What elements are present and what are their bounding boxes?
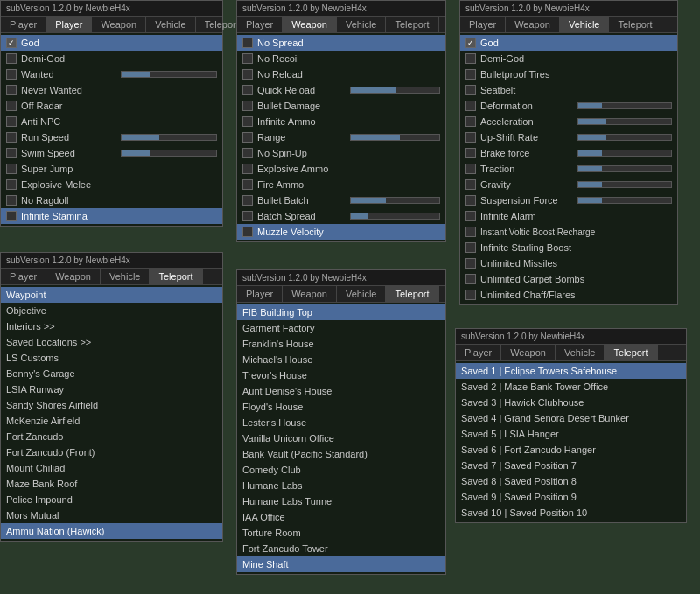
item-veh-demi-god[interactable]: Demi-God [460, 51, 677, 66]
item-objective[interactable]: Objective [1, 303, 222, 318]
slider-acceleration[interactable] [578, 118, 672, 125]
item-upshift-rate[interactable]: Up-Shift Rate [460, 129, 677, 145]
item-saved1[interactable]: Saved 1 | Eclipse Towers Safehouse [456, 363, 686, 379]
item-gravity[interactable]: Gravity [460, 177, 677, 192]
slider-upshift-rate[interactable] [578, 134, 672, 141]
tab-vehicle6[interactable]: Vehicle [556, 345, 605, 360]
item-fort-zancudo[interactable]: Fort Zancudo [1, 429, 222, 444]
cb-run-speed[interactable] [6, 132, 17, 143]
slider-swim-speed[interactable] [121, 150, 218, 157]
cb-anti-npc[interactable] [6, 116, 17, 127]
cb-infinite-starling[interactable] [466, 242, 476, 253]
item-garment-factory[interactable]: Garment Factory [237, 320, 445, 336]
item-ls-customs[interactable]: LS Customs [1, 350, 222, 366]
cb-no-spread[interactable] [242, 38, 253, 48]
tab-vehicle4[interactable]: Vehicle [101, 269, 150, 284]
item-iaa-office[interactable]: IAA Office [237, 509, 445, 525]
cb-infinite-stamina[interactable] [6, 211, 17, 221]
item-no-recoil[interactable]: No Recoil [237, 51, 445, 66]
item-anti-npc[interactable]: Anti NPC [1, 114, 222, 129]
slider-bullet-batch[interactable] [350, 197, 440, 204]
item-never-wanted[interactable]: Never Wanted [1, 82, 222, 98]
cb-unlimited-missiles[interactable] [466, 258, 476, 269]
cb-no-spin-up[interactable] [242, 148, 253, 158]
item-waypoint[interactable]: Waypoint [1, 287, 222, 303]
item-saved7[interactable]: Saved 7 | Saved Position 7 [456, 458, 686, 473]
tab-teleport5[interactable]: Teleport [386, 286, 438, 302]
item-unlimited-carpet-bombs[interactable]: Unlimited Carpet Bombs [460, 271, 677, 287]
item-fort-zancudo-tower[interactable]: Fort Zancudo Tower [237, 541, 445, 556]
tab-weapon2[interactable]: Weapon [283, 17, 337, 32]
tab-player5[interactable]: Player [237, 286, 283, 302]
cb-bullet-batch[interactable] [242, 195, 253, 206]
slider-quick-reload[interactable] [350, 87, 440, 94]
tab-weapon3[interactable]: Weapon [506, 17, 560, 32]
item-brake-force[interactable]: Brake force [460, 145, 677, 161]
item-trevors-house[interactable]: Trevor's House [237, 367, 445, 383]
cb-gravity[interactable] [466, 179, 476, 190]
slider-suspension-force[interactable] [578, 197, 672, 204]
slider-gravity[interactable] [578, 181, 672, 188]
cb-super-jump[interactable] [6, 164, 17, 174]
item-michaels-house[interactable]: Michael's House [237, 352, 445, 367]
item-veh-god[interactable]: ✓ God [460, 35, 677, 51]
cb-seatbelt[interactable] [466, 85, 476, 95]
tab-player1-active[interactable]: Player [46, 17, 92, 32]
tab-teleport2[interactable]: Teleport [386, 17, 438, 32]
item-infinite-stamina[interactable]: Infinite Stamina [1, 208, 222, 224]
tab-player6[interactable]: Player [456, 345, 501, 360]
tab-teleport3[interactable]: Teleport [609, 17, 662, 32]
cb-wanted[interactable] [6, 69, 17, 80]
item-quick-reload[interactable]: Quick Reload [237, 82, 445, 98]
tab-weapon5[interactable]: Weapon [283, 286, 337, 302]
item-interiors[interactable]: Interiors >> [1, 318, 222, 334]
tab-vehicle5[interactable]: Vehicle [337, 286, 386, 302]
item-acceleration[interactable]: Acceleration [460, 114, 677, 129]
cb-infinite-alarm[interactable] [466, 211, 476, 221]
item-saved8[interactable]: Saved 8 | Saved Position 8 [456, 473, 686, 489]
cb-veh-demi-god[interactable] [466, 53, 476, 64]
item-fort-zancudo-front[interactable]: Fort Zancudo (Front) [1, 444, 222, 460]
item-bulletproof-tires[interactable]: Bulletproof Tires [460, 66, 677, 82]
item-sandy-shores[interactable]: Sandy Shores Airfield [1, 397, 222, 413]
cb-fire-ammo[interactable] [242, 179, 253, 190]
item-swim-speed[interactable]: Swim Speed [1, 145, 222, 161]
item-saved2[interactable]: Saved 2 | Maze Bank Tower Office [456, 379, 686, 395]
item-unlimited-missiles[interactable]: Unlimited Missiles [460, 255, 677, 271]
cb-instant-voltic[interactable] [466, 227, 476, 237]
tab-player4[interactable]: Player [1, 269, 46, 284]
cb-upshift-rate[interactable] [466, 132, 476, 143]
cb-batch-spread[interactable] [242, 211, 253, 221]
item-demi-god[interactable]: Demi-God [1, 51, 222, 66]
tab-player1[interactable]: Player [1, 17, 46, 32]
item-police-impound[interactable]: Police Impound [1, 492, 222, 507]
tab-weapon4[interactable]: Weapon [46, 269, 101, 284]
item-mckenzie-airfield[interactable]: McKenzie Airfield [1, 413, 222, 429]
cb-traction[interactable] [466, 164, 476, 174]
cb-unlimited-carpet-bombs[interactable] [466, 274, 476, 284]
item-bullet-batch[interactable]: Bullet Batch [237, 192, 445, 208]
item-run-speed[interactable]: Run Speed [1, 129, 222, 145]
item-no-reload[interactable]: No Reload [237, 66, 445, 82]
item-instant-voltic[interactable]: Instant Voltic Boost Recharge [460, 224, 677, 240]
item-floyds-house[interactable]: Floyd's House [237, 399, 445, 415]
item-humane-labs[interactable]: Humane Labs [237, 478, 445, 493]
item-torture-room[interactable]: Torture Room [237, 525, 445, 541]
tab-player2[interactable]: Player [237, 17, 283, 32]
cb-unlimited-chaff[interactable] [466, 290, 476, 300]
cb-god[interactable]: ✓ [6, 38, 17, 48]
slider-run-speed[interactable] [121, 134, 218, 141]
item-ammu-nation[interactable]: Ammu Nation (Hawick) [1, 523, 222, 539]
item-no-ragdoll[interactable]: No Ragdoll [1, 192, 222, 208]
item-bullet-damage[interactable]: Bullet Damage [237, 98, 445, 114]
cb-never-wanted[interactable] [6, 85, 17, 95]
cb-infinite-ammo[interactable] [242, 116, 253, 127]
item-aunt-denises-house[interactable]: Aunt Denise's House [237, 383, 445, 399]
item-lesters-house[interactable]: Lester's House [237, 415, 445, 430]
item-humane-labs-tunnel[interactable]: Humane Labs Tunnel [237, 493, 445, 509]
cb-deformation[interactable] [466, 101, 476, 111]
item-franklins-house[interactable]: Franklin's House [237, 336, 445, 352]
cb-explosive-melee[interactable] [6, 179, 17, 190]
item-super-jump[interactable]: Super Jump [1, 161, 222, 177]
item-explosive-ammo[interactable]: Explosive Ammo [237, 161, 445, 177]
